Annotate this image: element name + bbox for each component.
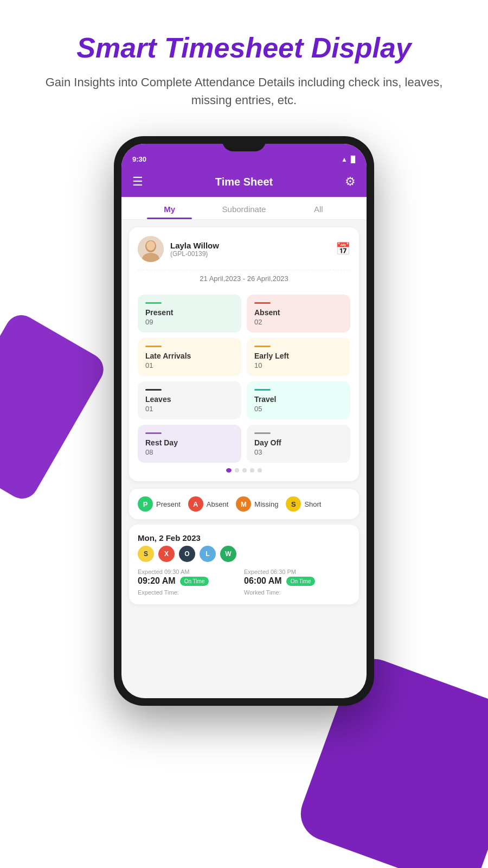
checkout-value-row: 06:00 AM On Time xyxy=(244,576,350,586)
checkout-time: 06:00 AM xyxy=(244,576,282,586)
phone-screen: 9:30 ▲ ▉ ☰ Time Sheet ⚙ My Subordinate xyxy=(121,144,367,698)
dot-1[interactable] xyxy=(226,468,232,473)
tab-my[interactable]: My xyxy=(132,197,207,219)
date-range: 21 April,2023 - 26 April,2023 xyxy=(138,270,350,287)
stat-label-dayoff: Day Off xyxy=(254,438,343,447)
circle-l[interactable]: L xyxy=(200,546,216,562)
checkout-sub: Worked Time: xyxy=(244,589,350,596)
checkin-expected: Expected 09:30 AM xyxy=(138,569,244,575)
dot-3[interactable] xyxy=(242,468,247,473)
dot-4[interactable] xyxy=(250,468,254,473)
user-circles: S X O L W xyxy=(138,546,350,562)
legend-text-missing: Missing xyxy=(254,500,278,508)
badge-p: P xyxy=(138,496,153,512)
stat-value-leaves: 01 xyxy=(145,405,234,413)
badge-a: A xyxy=(188,496,203,512)
stat-line-dayoff xyxy=(254,432,271,434)
stat-dayoff[interactable]: Day Off 03 xyxy=(247,425,350,463)
stat-line-rest xyxy=(145,432,162,434)
filter-icon[interactable]: ⚙ xyxy=(345,175,356,189)
stat-absent[interactable]: Absent 02 xyxy=(247,295,350,333)
user-details: Layla Willow (GPL-00139) xyxy=(170,241,219,258)
circle-s[interactable]: S xyxy=(138,546,154,562)
main-card: Layla Willow (GPL-00139) 📅 21 April,2023… xyxy=(129,227,359,481)
page-header: Smart Timesheet Display Gain Insights in… xyxy=(0,0,488,125)
calendar-icon[interactable]: 📅 xyxy=(336,242,350,256)
stat-rest[interactable]: Rest Day 08 xyxy=(138,425,241,463)
legend-text-short: Short xyxy=(304,500,321,508)
checkout-col: Expected 06:30 PM 06:00 AM On Time Worke… xyxy=(244,569,350,596)
checkout-expected: Expected 06:30 PM xyxy=(244,569,350,575)
page-subtitle: Gain Insights into Complete Attendance D… xyxy=(43,73,445,109)
app-bar-title: Time Sheet xyxy=(215,176,273,188)
tab-subordinate[interactable]: Subordinate xyxy=(207,197,281,219)
stat-value-late: 01 xyxy=(145,361,234,369)
legend-card: P Present A Absent M Missing xyxy=(129,489,359,519)
tab-all[interactable]: All xyxy=(281,197,356,219)
stat-value-present: 09 xyxy=(145,318,234,326)
stat-present[interactable]: Present 09 xyxy=(138,295,241,333)
avatar xyxy=(138,236,164,262)
stat-value-dayoff: 03 xyxy=(254,448,343,456)
legend-text-present: Present xyxy=(156,500,181,508)
timeline-card: Mon, 2 Feb 2023 S X O L W xyxy=(129,525,359,604)
stat-travel[interactable]: Travel 05 xyxy=(247,381,350,419)
stat-line-leaves xyxy=(145,389,162,391)
stat-early[interactable]: Early Left 10 xyxy=(247,338,350,376)
stat-label-present: Present xyxy=(145,308,234,317)
legend-present: P Present xyxy=(138,496,181,512)
user-row: Layla Willow (GPL-00139) 📅 xyxy=(138,236,350,262)
legend-absent: A Absent xyxy=(188,496,228,512)
checkin-badge: On Time xyxy=(180,577,209,586)
stat-line-travel xyxy=(254,389,271,391)
stat-label-travel: Travel xyxy=(254,395,343,404)
phone-wrapper: 9:30 ▲ ▉ ☰ Time Sheet ⚙ My Subordinate xyxy=(0,136,488,706)
stat-late[interactable]: Late Arrivals 01 xyxy=(138,338,241,376)
stat-label-early: Early Left xyxy=(254,352,343,360)
signal-icon: ▲ xyxy=(341,156,348,163)
stat-line-early xyxy=(254,346,271,347)
circle-o[interactable]: O xyxy=(179,546,195,562)
checkin-sub: Expected Time: xyxy=(138,589,244,596)
timeline-date: Mon, 2 Feb 2023 xyxy=(138,533,350,542)
badge-m: M xyxy=(236,496,251,512)
badge-s: S xyxy=(286,496,301,512)
legend-text-absent: Absent xyxy=(207,500,228,508)
dot-2[interactable] xyxy=(235,468,239,473)
user-id: (GPL-00139) xyxy=(170,250,219,258)
battery-icon: ▉ xyxy=(351,156,356,163)
time-row: Expected 09:30 AM 09:20 AM On Time Expec… xyxy=(138,569,350,596)
tab-bar: My Subordinate All xyxy=(121,197,367,220)
stat-value-rest: 08 xyxy=(145,448,234,456)
stat-leaves[interactable]: Leaves 01 xyxy=(138,381,241,419)
stat-label-rest: Rest Day xyxy=(145,438,234,447)
stat-line-present xyxy=(145,302,162,304)
stat-value-travel: 05 xyxy=(254,405,343,413)
checkin-col: Expected 09:30 AM 09:20 AM On Time Expec… xyxy=(138,569,244,596)
legend-short: S Short xyxy=(286,496,321,512)
stat-line-absent xyxy=(254,302,271,304)
stat-line-late xyxy=(145,346,162,347)
stat-label-absent: Absent xyxy=(254,308,343,317)
user-info: Layla Willow (GPL-00139) xyxy=(138,236,219,262)
dot-5[interactable] xyxy=(258,468,262,473)
stat-label-leaves: Leaves xyxy=(145,395,234,404)
stat-value-absent: 02 xyxy=(254,318,343,326)
svg-point-3 xyxy=(146,241,155,251)
status-time: 9:30 xyxy=(132,155,146,163)
phone-notch xyxy=(222,136,266,151)
app-bar: ☰ Time Sheet ⚙ xyxy=(121,167,367,197)
page-title: Smart Timesheet Display xyxy=(43,33,445,63)
checkout-badge: On Time xyxy=(286,577,316,586)
checkin-value-row: 09:20 AM On Time xyxy=(138,576,244,586)
stat-label-late: Late Arrivals xyxy=(145,352,234,360)
pagination-dots xyxy=(138,468,350,473)
circle-x[interactable]: X xyxy=(158,546,175,562)
legend-missing: M Missing xyxy=(236,496,278,512)
stat-value-early: 10 xyxy=(254,361,343,369)
stats-grid: Present 09 Absent 02 Late Arrivals 01 xyxy=(138,295,350,463)
checkin-time: 09:20 AM xyxy=(138,576,176,586)
phone-mockup: 9:30 ▲ ▉ ☰ Time Sheet ⚙ My Subordinate xyxy=(114,136,374,706)
menu-icon[interactable]: ☰ xyxy=(132,175,143,189)
circle-w[interactable]: W xyxy=(220,546,236,562)
